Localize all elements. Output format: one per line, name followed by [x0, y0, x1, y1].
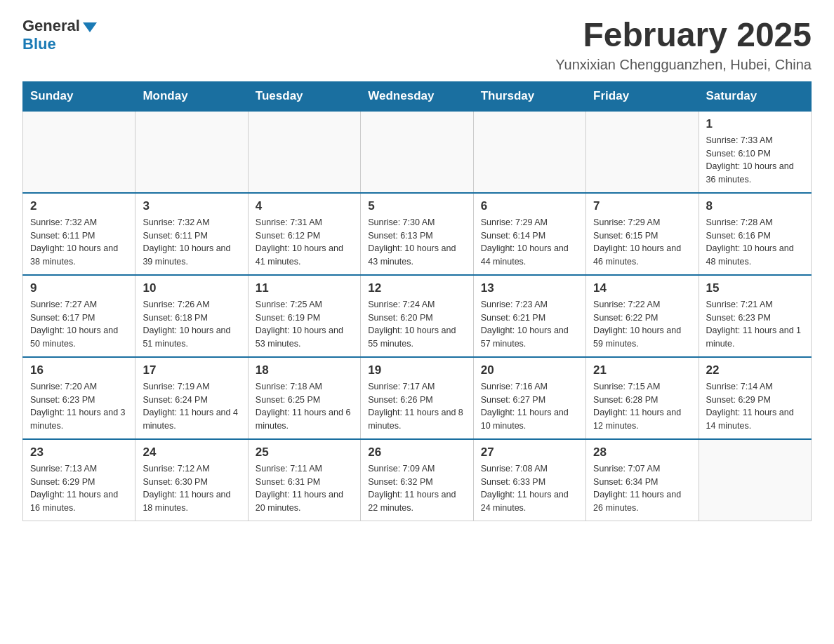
day-number: 26 [368, 445, 465, 459]
logo: General Blue [22, 17, 97, 53]
day-cell: 6Sunrise: 7:29 AM Sunset: 6:14 PM Daylig… [473, 193, 585, 275]
day-info: Sunrise: 7:23 AM Sunset: 6:21 PM Dayligh… [481, 298, 578, 351]
day-info: Sunrise: 7:29 AM Sunset: 6:14 PM Dayligh… [481, 216, 578, 269]
day-cell: 22Sunrise: 7:14 AM Sunset: 6:29 PM Dayli… [699, 357, 811, 439]
day-number: 23 [30, 445, 128, 459]
day-number: 13 [481, 281, 578, 295]
day-cell: 12Sunrise: 7:24 AM Sunset: 6:20 PM Dayli… [361, 275, 473, 357]
day-number: 16 [30, 363, 128, 377]
day-info: Sunrise: 7:30 AM Sunset: 6:13 PM Dayligh… [368, 216, 465, 269]
day-cell: 14Sunrise: 7:22 AM Sunset: 6:22 PM Dayli… [586, 275, 699, 357]
day-cell: 1Sunrise: 7:33 AM Sunset: 6:10 PM Daylig… [699, 111, 811, 193]
day-number: 21 [593, 363, 691, 377]
day-number: 12 [368, 281, 465, 295]
day-cell: 3Sunrise: 7:32 AM Sunset: 6:11 PM Daylig… [135, 193, 248, 275]
day-info: Sunrise: 7:27 AM Sunset: 6:17 PM Dayligh… [30, 298, 128, 351]
header-saturday: Saturday [699, 81, 811, 111]
calendar-table: Sunday Monday Tuesday Wednesday Thursday… [22, 81, 812, 521]
logo-blue-text: Blue [22, 35, 56, 53]
day-cell: 10Sunrise: 7:26 AM Sunset: 6:18 PM Dayli… [135, 275, 248, 357]
day-number: 15 [706, 281, 804, 295]
header-tuesday: Tuesday [248, 81, 360, 111]
day-info: Sunrise: 7:09 AM Sunset: 6:32 PM Dayligh… [368, 462, 465, 515]
day-info: Sunrise: 7:11 AM Sunset: 6:31 PM Dayligh… [256, 462, 353, 515]
day-cell: 4Sunrise: 7:31 AM Sunset: 6:12 PM Daylig… [248, 193, 360, 275]
week-row-5: 23Sunrise: 7:13 AM Sunset: 6:29 PM Dayli… [23, 439, 812, 521]
day-info: Sunrise: 7:22 AM Sunset: 6:22 PM Dayligh… [593, 298, 691, 351]
day-cell: 27Sunrise: 7:08 AM Sunset: 6:33 PM Dayli… [473, 439, 585, 521]
title-block: February 2025 Yunxixian Chengguanzhen, H… [555, 17, 812, 73]
day-info: Sunrise: 7:24 AM Sunset: 6:20 PM Dayligh… [368, 298, 465, 351]
day-info: Sunrise: 7:32 AM Sunset: 6:11 PM Dayligh… [30, 216, 128, 269]
logo-general-text: General [22, 17, 80, 35]
day-cell [473, 111, 585, 193]
week-row-2: 2Sunrise: 7:32 AM Sunset: 6:11 PM Daylig… [23, 193, 812, 275]
day-info: Sunrise: 7:21 AM Sunset: 6:23 PM Dayligh… [706, 298, 804, 351]
day-cell: 9Sunrise: 7:27 AM Sunset: 6:17 PM Daylig… [23, 275, 135, 357]
day-cell: 19Sunrise: 7:17 AM Sunset: 6:26 PM Dayli… [361, 357, 473, 439]
day-info: Sunrise: 7:18 AM Sunset: 6:25 PM Dayligh… [256, 380, 353, 433]
day-cell [135, 111, 248, 193]
day-cell: 17Sunrise: 7:19 AM Sunset: 6:24 PM Dayli… [135, 357, 248, 439]
day-info: Sunrise: 7:29 AM Sunset: 6:15 PM Dayligh… [593, 216, 691, 269]
day-info: Sunrise: 7:20 AM Sunset: 6:23 PM Dayligh… [30, 380, 128, 433]
week-row-3: 9Sunrise: 7:27 AM Sunset: 6:17 PM Daylig… [23, 275, 812, 357]
calendar-header: Sunday Monday Tuesday Wednesday Thursday… [23, 81, 812, 111]
day-number: 11 [256, 281, 353, 295]
day-number: 17 [143, 363, 240, 377]
day-cell [23, 111, 135, 193]
location-text: Yunxixian Chengguanzhen, Hubei, China [555, 57, 812, 73]
day-cell: 24Sunrise: 7:12 AM Sunset: 6:30 PM Dayli… [135, 439, 248, 521]
day-info: Sunrise: 7:26 AM Sunset: 6:18 PM Dayligh… [143, 298, 240, 351]
day-number: 27 [481, 445, 578, 459]
day-cell: 8Sunrise: 7:28 AM Sunset: 6:16 PM Daylig… [699, 193, 811, 275]
header-wednesday: Wednesday [361, 81, 473, 111]
calendar-body: 1Sunrise: 7:33 AM Sunset: 6:10 PM Daylig… [23, 111, 812, 521]
day-info: Sunrise: 7:31 AM Sunset: 6:12 PM Dayligh… [256, 216, 353, 269]
month-title: February 2025 [555, 17, 812, 54]
day-number: 18 [256, 363, 353, 377]
day-cell [586, 111, 699, 193]
day-info: Sunrise: 7:16 AM Sunset: 6:27 PM Dayligh… [481, 380, 578, 433]
day-info: Sunrise: 7:12 AM Sunset: 6:30 PM Dayligh… [143, 462, 240, 515]
day-info: Sunrise: 7:08 AM Sunset: 6:33 PM Dayligh… [481, 462, 578, 515]
day-cell: 21Sunrise: 7:15 AM Sunset: 6:28 PM Dayli… [586, 357, 699, 439]
day-cell: 16Sunrise: 7:20 AM Sunset: 6:23 PM Dayli… [23, 357, 135, 439]
day-cell: 2Sunrise: 7:32 AM Sunset: 6:11 PM Daylig… [23, 193, 135, 275]
logo-top: General [22, 17, 97, 35]
day-number: 1 [706, 117, 804, 131]
week-row-1: 1Sunrise: 7:33 AM Sunset: 6:10 PM Daylig… [23, 111, 812, 193]
day-info: Sunrise: 7:14 AM Sunset: 6:29 PM Dayligh… [706, 380, 804, 433]
day-cell [699, 439, 811, 521]
day-number: 19 [368, 363, 465, 377]
day-number: 14 [593, 281, 691, 295]
day-cell: 15Sunrise: 7:21 AM Sunset: 6:23 PM Dayli… [699, 275, 811, 357]
header-friday: Friday [586, 81, 699, 111]
day-cell: 11Sunrise: 7:25 AM Sunset: 6:19 PM Dayli… [248, 275, 360, 357]
day-number: 22 [706, 363, 804, 377]
header-row: Sunday Monday Tuesday Wednesday Thursday… [23, 81, 812, 111]
day-number: 6 [481, 199, 578, 213]
day-cell: 25Sunrise: 7:11 AM Sunset: 6:31 PM Dayli… [248, 439, 360, 521]
day-number: 24 [143, 445, 240, 459]
header-thursday: Thursday [473, 81, 585, 111]
day-info: Sunrise: 7:07 AM Sunset: 6:34 PM Dayligh… [593, 462, 691, 515]
day-number: 28 [593, 445, 691, 459]
day-number: 7 [593, 199, 691, 213]
day-info: Sunrise: 7:19 AM Sunset: 6:24 PM Dayligh… [143, 380, 240, 433]
day-info: Sunrise: 7:17 AM Sunset: 6:26 PM Dayligh… [368, 380, 465, 433]
day-number: 4 [256, 199, 353, 213]
header-sunday: Sunday [23, 81, 135, 111]
day-number: 10 [143, 281, 240, 295]
day-info: Sunrise: 7:25 AM Sunset: 6:19 PM Dayligh… [256, 298, 353, 351]
day-cell: 28Sunrise: 7:07 AM Sunset: 6:34 PM Dayli… [586, 439, 699, 521]
day-cell: 5Sunrise: 7:30 AM Sunset: 6:13 PM Daylig… [361, 193, 473, 275]
day-info: Sunrise: 7:13 AM Sunset: 6:29 PM Dayligh… [30, 462, 128, 515]
logo-arrow-icon [83, 22, 97, 32]
day-cell: 7Sunrise: 7:29 AM Sunset: 6:15 PM Daylig… [586, 193, 699, 275]
day-cell: 26Sunrise: 7:09 AM Sunset: 6:32 PM Dayli… [361, 439, 473, 521]
day-cell: 18Sunrise: 7:18 AM Sunset: 6:25 PM Dayli… [248, 357, 360, 439]
header-monday: Monday [135, 81, 248, 111]
day-cell [248, 111, 360, 193]
day-number: 2 [30, 199, 128, 213]
